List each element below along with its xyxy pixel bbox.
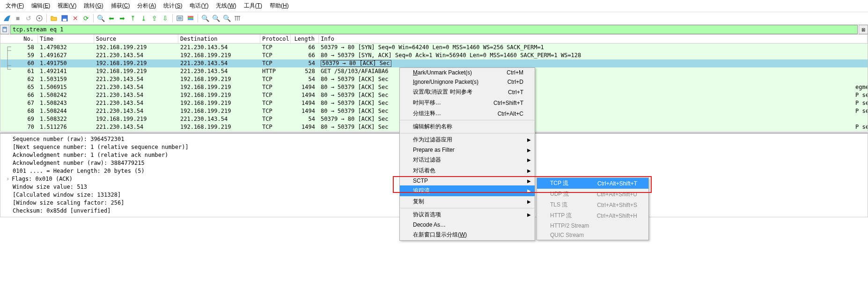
go-first-icon[interactable]: ⤓: [139, 13, 149, 23]
shortcut-label: Ctrl+Alt+Shift+T: [586, 180, 637, 187]
context-menu-item[interactable]: 编辑解析的名称: [400, 121, 535, 132]
svg-rect-8: [188, 16, 193, 17]
context-menu-item[interactable]: Prepare as Filter▶: [400, 145, 535, 155]
cell-info: 50379 → 80 [ACK] Sec: [319, 59, 868, 67]
context-menu-item[interactable]: 复制▶: [400, 196, 535, 207]
context-menu-item[interactable]: Ignore/Unignore Packet(s)Ctrl+D: [400, 77, 535, 87]
submenu-arrow-icon: ▶: [527, 137, 531, 142]
menubar-item[interactable]: 无线(W): [212, 1, 240, 11]
find-icon[interactable]: 🔍: [96, 13, 106, 23]
context-menu-item[interactable]: Mark/Unmark Packet(s)Ctrl+M: [400, 68, 535, 77]
zoom-in-icon[interactable]: 🔍: [200, 13, 210, 23]
column-header-destination[interactable]: Destination: [178, 35, 260, 43]
menubar-item[interactable]: 文件(F): [2, 1, 28, 11]
cell: 221.230.143.54: [178, 44, 260, 52]
context-menu-item[interactable]: 作为过滤器应用▶: [400, 134, 535, 145]
go-to-packet-icon[interactable]: ⤒: [128, 13, 138, 23]
cell: 192.168.199.219: [94, 44, 178, 52]
submenu-arrow-icon: ▶: [527, 199, 531, 204]
zoom-reset-icon[interactable]: 🔍: [221, 13, 232, 23]
shortcut-label: Ctrl+Alt+Shift+S: [586, 202, 637, 208]
submenu-item: QUIC Stream: [537, 230, 648, 240]
column-header-source[interactable]: Source: [94, 35, 178, 43]
context-menu-item[interactable]: Decode As…: [400, 220, 535, 229]
cell: 1.508244: [38, 107, 94, 115]
menubar-item[interactable]: 工具(T): [240, 1, 266, 11]
cell: 1494: [291, 91, 319, 99]
context-menu-item[interactable]: 协议首选项▶: [400, 209, 535, 220]
auto-scroll-icon[interactable]: [175, 13, 185, 23]
filter-clear-icon[interactable]: ⊠: [859, 25, 868, 34]
colorize-icon[interactable]: [185, 13, 196, 23]
cell: 1494: [291, 123, 319, 131]
cell: 221.230.143.54: [94, 52, 178, 59]
cell: 67: [0, 99, 38, 107]
packet-row[interactable]: 591.491627221.230.143.54192.168.199.219T…: [0, 52, 868, 59]
menubar-item[interactable]: 分析(A): [133, 1, 160, 11]
column-header-time[interactable]: Time: [38, 35, 94, 43]
submenu-item[interactable]: TCP 流Ctrl+Alt+Shift+T: [537, 178, 648, 189]
cell: 54: [291, 75, 319, 83]
cell: HTTP: [260, 67, 291, 75]
column-header-protocol[interactable]: Protocol: [260, 35, 291, 43]
go-last-icon[interactable]: ⇪: [149, 13, 160, 23]
menubar-item[interactable]: 跳转(G): [80, 1, 107, 11]
packet-row[interactable]: 581.479832192.168.199.219221.230.143.54T…: [0, 44, 868, 52]
shortcut-label: Ctrl+Shift+T: [482, 100, 523, 106]
svg-rect-16: [3, 27, 7, 29]
column-header-info[interactable]: Info: [319, 35, 868, 43]
close-file-icon[interactable]: ✕: [70, 13, 81, 23]
menubar-item[interactable]: 电话(Y): [186, 1, 212, 11]
zoom-out-icon[interactable]: 🔍: [211, 13, 221, 23]
stop-capture-icon[interactable]: ■: [13, 13, 23, 23]
menubar-item[interactable]: 统计(S): [160, 1, 186, 11]
cell-info: 80 → 50379 [SYN, ACK] Seq=0 Ack=1 Win=56…: [319, 52, 868, 59]
open-file-icon[interactable]: [49, 13, 59, 23]
filter-bookmark-icon[interactable]: [0, 25, 9, 34]
expand-icon[interactable]: ›: [6, 175, 12, 183]
go-down-icon[interactable]: ⇩: [160, 13, 170, 23]
context-menu-item[interactable]: 追踪流▶: [400, 185, 535, 196]
context-menu-item[interactable]: 对话过滤器▶: [400, 155, 535, 165]
menubar-item[interactable]: 编辑(E): [28, 1, 54, 11]
context-menu-item[interactable]: 分组注释…Ctrl+Alt+C: [400, 108, 535, 119]
cell: 70: [0, 123, 38, 131]
packet-row[interactable]: 601.491750192.168.199.219221.230.143.54T…: [0, 59, 868, 67]
cell: 192.168.199.219: [178, 52, 260, 59]
menubar-item[interactable]: 帮助(H): [266, 1, 293, 11]
menubar-item[interactable]: 视图(V): [54, 1, 80, 11]
svg-rect-10: [188, 19, 193, 20]
display-filter-input[interactable]: [10, 25, 858, 34]
context-menu-item[interactable]: 在新窗口显示分组(W): [400, 229, 535, 240]
follow-stream-submenu: TCP 流Ctrl+Alt+Shift+TUDP 流Ctrl+Alt+Shift…: [537, 177, 649, 240]
resize-columns-icon[interactable]: [232, 13, 243, 23]
restart-capture-icon[interactable]: ↺: [23, 13, 34, 23]
svg-rect-9: [188, 17, 193, 19]
save-file-icon[interactable]: [59, 13, 70, 23]
submenu-item: UDP 流Ctrl+Alt+Shift+U: [537, 189, 648, 199]
cell: 192.168.199.219: [178, 91, 260, 99]
context-menu-item[interactable]: 对话着色▶: [400, 165, 535, 176]
context-menu-item[interactable]: SCTP▶: [400, 176, 535, 185]
cell: 221.230.143.54: [94, 107, 178, 115]
menu-separator: [400, 208, 534, 208]
cell: TCP: [260, 44, 291, 52]
cell: 1.479832: [38, 44, 94, 52]
menubar-item[interactable]: 捕获(C): [107, 1, 134, 11]
column-header-no[interactable]: No.: [0, 35, 38, 43]
capture-options-icon[interactable]: [34, 13, 44, 23]
shark-fin-icon[interactable]: [2, 13, 12, 23]
cell: 221.230.143.54: [94, 75, 178, 83]
column-header-length[interactable]: Length: [291, 35, 319, 43]
go-back-icon[interactable]: ⬅: [106, 13, 117, 23]
cell: 66: [291, 44, 319, 52]
context-menu-item[interactable]: 时间平移…Ctrl+Shift+T: [400, 97, 535, 108]
packet-context-menu: Mark/Unmark Packet(s)Ctrl+MIgnore/Unigno…: [399, 67, 535, 241]
submenu-arrow-icon: ▶: [527, 157, 531, 162]
shortcut-label: Ctrl+Alt+Shift+U: [586, 191, 637, 198]
reload-icon[interactable]: ⟳: [81, 13, 91, 23]
context-menu-item[interactable]: 设置/取消设置 时间参考Ctrl+T: [400, 87, 535, 97]
cell: 1.503159: [38, 75, 94, 83]
go-forward-icon[interactable]: ➡: [117, 13, 127, 23]
cell: 65: [0, 83, 38, 91]
